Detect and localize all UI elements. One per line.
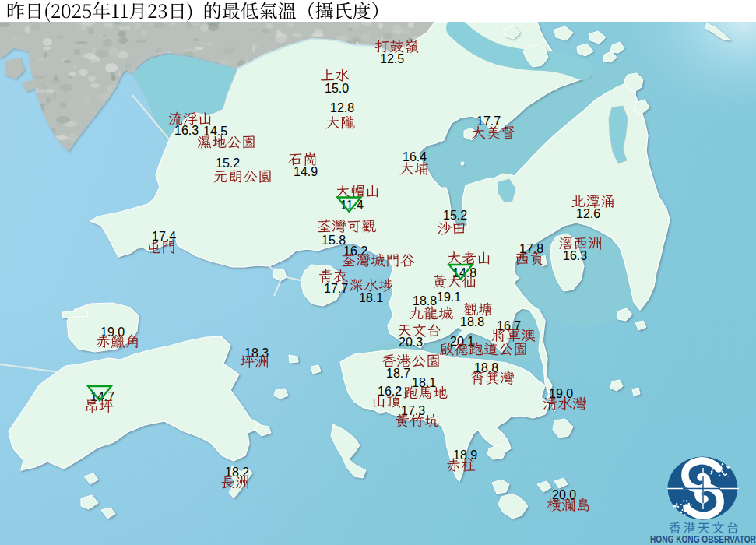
svg-text:16.3: 16.3 bbox=[563, 249, 587, 262]
svg-text:15.0: 15.0 bbox=[325, 82, 349, 95]
svg-text:16.3: 16.3 bbox=[174, 124, 199, 137]
svg-text:18.1: 18.1 bbox=[359, 291, 383, 304]
svg-text:18.8: 18.8 bbox=[460, 315, 484, 329]
svg-text:14.9: 14.9 bbox=[294, 165, 318, 178]
svg-text:12.6: 12.6 bbox=[576, 207, 600, 220]
svg-text:12.8: 12.8 bbox=[330, 101, 354, 114]
svg-text:19.1: 19.1 bbox=[437, 290, 461, 304]
svg-text:12.5: 12.5 bbox=[380, 52, 404, 65]
svg-text:16.4: 16.4 bbox=[403, 150, 427, 164]
svg-text:15.2: 15.2 bbox=[216, 156, 240, 170]
svg-text:18.8: 18.8 bbox=[413, 294, 437, 308]
svg-text:18.7: 18.7 bbox=[386, 367, 410, 380]
svg-text:HONG KONG OBSERVATORY: HONG KONG OBSERVATORY bbox=[650, 533, 756, 545]
svg-text:15.2: 15.2 bbox=[443, 209, 467, 222]
svg-text:17.7: 17.7 bbox=[476, 114, 501, 128]
svg-text:15.8: 15.8 bbox=[322, 234, 346, 247]
svg-text:14.5: 14.5 bbox=[203, 125, 227, 138]
svg-text:17.7: 17.7 bbox=[324, 282, 348, 295]
svg-text:20.3: 20.3 bbox=[399, 336, 423, 349]
svg-text:17.4: 17.4 bbox=[152, 230, 176, 243]
svg-text:17.8: 17.8 bbox=[519, 242, 543, 255]
svg-text:19.0: 19.0 bbox=[100, 325, 125, 339]
